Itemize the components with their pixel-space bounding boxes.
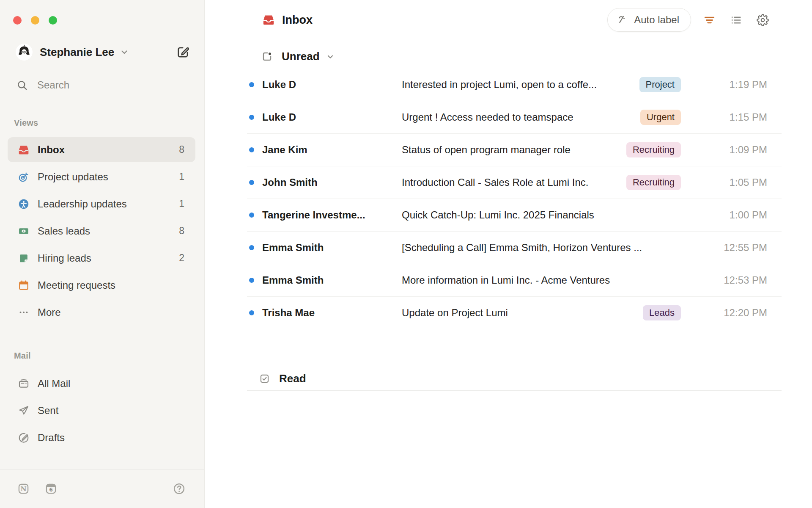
unread-section-label: Unread bbox=[282, 50, 320, 63]
account-switcher[interactable]: Stephanie Lee bbox=[16, 44, 190, 61]
inbox-icon bbox=[18, 144, 30, 156]
auto-label-text: Auto label bbox=[634, 14, 679, 26]
sidebar: Stephanie Lee Search Views Inbox8 bbox=[0, 0, 205, 508]
label-tag[interactable]: Project bbox=[639, 77, 681, 92]
email-row[interactable]: Tangerine Investme...Quick Catch-Up: Lum… bbox=[247, 199, 782, 231]
email-row[interactable]: Trisha MaeUpdate on Project LumiLeads12:… bbox=[247, 296, 782, 329]
read-section-label: Read bbox=[279, 372, 306, 385]
search-label: Search bbox=[37, 79, 69, 91]
email-subject: Update on Project Lumi bbox=[402, 307, 643, 319]
sidebar-item-sent[interactable]: Sent bbox=[8, 398, 195, 423]
notion-logo-icon[interactable]: N bbox=[17, 482, 30, 495]
display-options-button[interactable] bbox=[727, 11, 744, 28]
all-mail-icon bbox=[18, 378, 30, 389]
sidebar-item-meeting-requests[interactable]: Meeting requests bbox=[8, 273, 195, 298]
filter-button[interactable] bbox=[701, 11, 718, 28]
label-tag[interactable]: Leads bbox=[643, 305, 681, 320]
unread-count-badge: 8 bbox=[179, 225, 184, 237]
email-row[interactable]: Jane KimStatus of open program manager r… bbox=[247, 133, 782, 166]
more-icon bbox=[18, 306, 30, 318]
help-icon[interactable] bbox=[173, 482, 186, 495]
main-header: Inbox Auto label bbox=[205, 8, 812, 32]
auto-label-button[interactable]: Auto label bbox=[607, 8, 691, 32]
notion-calendar-icon[interactable]: 6 bbox=[44, 482, 58, 495]
label-tag[interactable]: Urgent bbox=[640, 110, 681, 125]
email-time: 1:15 PM bbox=[681, 111, 767, 123]
email-sender: Emma Smith bbox=[262, 274, 402, 286]
email-time: 1:19 PM bbox=[681, 79, 767, 91]
email-sender: Jane Kim bbox=[262, 144, 402, 156]
list-icon bbox=[730, 14, 742, 26]
email-time: 1:09 PM bbox=[681, 144, 767, 156]
sidebar-item-all-mail[interactable]: All Mail bbox=[8, 371, 195, 396]
unread-dot bbox=[249, 147, 254, 152]
label-tag[interactable]: Recruiting bbox=[626, 175, 681, 190]
read-checkbox-icon bbox=[259, 373, 270, 384]
sidebar-item-leadership-updates[interactable]: Leadership updates1 bbox=[8, 191, 195, 216]
email-sender: Tangerine Investme... bbox=[262, 209, 402, 221]
email-subject: Introduction Call - Sales Role at Lumi I… bbox=[402, 177, 626, 188]
header-actions: Auto label bbox=[607, 8, 771, 32]
sidebar-item-more[interactable]: More bbox=[8, 300, 195, 325]
email-time: 1:00 PM bbox=[681, 209, 767, 221]
sidebar-item-hiring-leads[interactable]: Hiring leads2 bbox=[8, 246, 195, 271]
email-sender: John Smith bbox=[262, 177, 402, 188]
email-time: 12:55 PM bbox=[681, 242, 767, 254]
email-row[interactable]: Emma Smith[Scheduling a Call] Emma Smith… bbox=[247, 231, 782, 264]
email-row[interactable]: Luke DUrgent ! Access needed to teamspac… bbox=[247, 101, 782, 133]
search-button[interactable]: Search bbox=[16, 78, 190, 92]
sidebar-item-inbox[interactable]: Inbox8 bbox=[8, 137, 195, 162]
unread-count-badge: 2 bbox=[179, 252, 184, 264]
email-subject: More information in Lumi Inc. - Acme Ven… bbox=[402, 274, 681, 286]
unread-section-header[interactable]: Unread bbox=[247, 45, 782, 68]
sidebar-item-project-updates[interactable]: Project updates1 bbox=[8, 164, 195, 189]
email-time: 1:05 PM bbox=[681, 177, 767, 188]
drafts-icon bbox=[18, 432, 30, 444]
read-section-header[interactable]: Read bbox=[247, 367, 782, 391]
send-icon bbox=[18, 405, 30, 417]
svg-text:N: N bbox=[20, 485, 26, 493]
window-controls bbox=[13, 16, 57, 25]
email-subject: Status of open program manager role bbox=[402, 144, 626, 156]
email-sender: Luke D bbox=[262, 111, 402, 123]
filter-icon bbox=[703, 14, 716, 26]
email-subject: [Scheduling a Call] Emma Smith, Horizon … bbox=[402, 242, 681, 254]
svg-text:6: 6 bbox=[49, 487, 53, 493]
email-subject: Interested in project Lumi, open to a co… bbox=[402, 79, 639, 91]
label-tag[interactable]: Recruiting bbox=[626, 142, 681, 157]
unread-icon bbox=[261, 51, 273, 62]
unread-dot bbox=[249, 115, 254, 120]
inbox-icon bbox=[262, 14, 275, 26]
email-sender: Luke D bbox=[262, 79, 402, 91]
gear-icon bbox=[757, 14, 769, 26]
email-subject: Quick Catch-Up: Lumi Inc. 2025 Financial… bbox=[402, 209, 681, 221]
views-list: Inbox8 Project updates1 Leadership updat… bbox=[8, 137, 195, 327]
email-row[interactable]: Emma SmithMore information in Lumi Inc. … bbox=[247, 264, 782, 296]
main-panel: Inbox Auto label bbox=[205, 0, 812, 508]
unread-dot bbox=[249, 245, 254, 250]
unread-count-badge: 1 bbox=[179, 171, 184, 182]
sidebar-item-sales-leads[interactable]: Sales leads8 bbox=[8, 218, 195, 243]
close-window-button[interactable] bbox=[13, 16, 22, 25]
mail-list: All Mail Sent Drafts bbox=[8, 371, 195, 452]
unread-dot bbox=[249, 310, 254, 315]
settings-button[interactable] bbox=[754, 11, 771, 28]
account-name: Stephanie Lee bbox=[40, 46, 114, 59]
compose-button[interactable] bbox=[176, 45, 190, 59]
note-icon bbox=[18, 252, 30, 264]
email-sender: Trisha Mae bbox=[262, 307, 402, 319]
minimize-window-button[interactable] bbox=[31, 16, 39, 25]
sidebar-item-drafts[interactable]: Drafts bbox=[8, 425, 195, 450]
zoom-window-button[interactable] bbox=[49, 16, 57, 25]
unread-count-badge: 8 bbox=[179, 144, 184, 155]
unread-dot bbox=[249, 82, 254, 87]
email-row[interactable]: John SmithIntroduction Call - Sales Role… bbox=[247, 166, 782, 199]
email-time: 12:20 PM bbox=[681, 307, 767, 319]
target-icon bbox=[18, 171, 30, 183]
email-time: 12:53 PM bbox=[681, 274, 767, 286]
email-row[interactable]: Luke DInterested in project Lumi, open t… bbox=[247, 68, 782, 101]
email-subject: Urgent ! Access needed to teamspace bbox=[402, 111, 640, 123]
person-circle-icon bbox=[18, 198, 30, 210]
avatar bbox=[16, 44, 33, 61]
sidebar-footer: N 6 bbox=[0, 469, 204, 508]
